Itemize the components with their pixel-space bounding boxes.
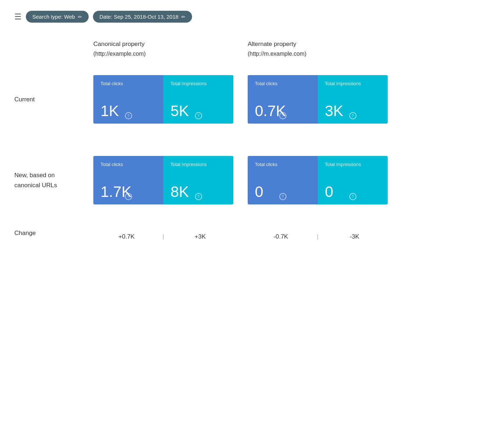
- alternate-new-clicks-card: Total clicks 0 ?: [248, 156, 318, 204]
- search-type-edit-icon: ✏: [78, 14, 82, 20]
- date-label: Date: Sep 25, 2018-Oct 13, 2018: [99, 14, 178, 20]
- canonical-change-separator: |: [160, 233, 167, 240]
- canonical-change-impressions: +3K: [167, 233, 233, 240]
- canonical-property-header: Canonical property (http://example.com): [93, 41, 233, 57]
- alternate-property-url: (http://m.example.com): [248, 51, 388, 57]
- search-type-label: Search type: Web: [32, 14, 75, 20]
- date-chip[interactable]: Date: Sep 25, 2018-Oct 13, 2018 ✏: [93, 11, 192, 23]
- canonical-new-clicks-label: Total clicks: [101, 162, 156, 167]
- alternate-new-clicks-label: Total clicks: [255, 162, 311, 167]
- alternate-new-impressions-card: Total impressions 0 ?: [318, 156, 388, 204]
- current-row-label: Current: [14, 68, 93, 131]
- canonical-current-clicks-info-icon[interactable]: ?: [125, 112, 132, 119]
- alternate-current-impressions-card: Total impressions 3K ?: [318, 75, 388, 124]
- canonical-current-impressions-card: Total impressions 5K ?: [163, 75, 233, 124]
- canonical-new-impressions-card: Total impressions 8K ?: [163, 156, 233, 204]
- canonical-property-url: (http://example.com): [93, 51, 233, 57]
- alternate-property-title: Alternate property: [248, 41, 388, 48]
- canonical-property-title: Canonical property: [93, 41, 233, 48]
- alternate-current-group: Total clicks 0.7K ? Total impressions 3K…: [248, 75, 388, 124]
- canonical-current-clicks-card: Total clicks 1K ?: [93, 75, 163, 124]
- alternate-change-group: -0.7K | -3K: [248, 233, 388, 240]
- canonical-new-group: Total clicks 1.7K ? Total impressions 8K…: [93, 156, 233, 204]
- filter-icon[interactable]: ☰: [14, 12, 22, 22]
- header-labels: Canonical property (http://example.com) …: [93, 41, 490, 61]
- spacer-1: [14, 61, 93, 68]
- alternate-change-clicks: -0.7K: [248, 233, 314, 240]
- canonical-new-impressions-info-icon[interactable]: ?: [195, 193, 202, 200]
- alternate-current-clicks-info-icon[interactable]: ?: [279, 112, 286, 119]
- date-edit-icon: ✏: [181, 14, 186, 20]
- alternate-current-impressions-label: Total impressions: [325, 81, 381, 86]
- alternate-current-clicks-card: Total clicks 0.7K ?: [248, 75, 318, 124]
- current-cards-container: Total clicks 1K ? Total impressions 5K ?…: [93, 68, 490, 131]
- spacer-2: [14, 131, 93, 149]
- comparison-grid: Canonical property (http://example.com) …: [14, 41, 490, 244]
- alternate-new-impressions-label: Total impressions: [325, 162, 381, 167]
- spacer-3: [14, 212, 93, 222]
- header-empty-cell: [14, 41, 93, 61]
- spacer-2b: [93, 131, 490, 149]
- alternate-new-group: Total clicks 0 ? Total impressions 0 ?: [248, 156, 388, 204]
- alternate-current-clicks-label: Total clicks: [255, 81, 311, 86]
- canonical-current-impressions-info-icon[interactable]: ?: [195, 112, 202, 119]
- change-values-container: +0.7K | +3K -0.7K | -3K: [93, 222, 490, 244]
- canonical-change-group: +0.7K | +3K: [93, 233, 233, 240]
- alternate-current-impressions-info-icon[interactable]: ?: [349, 112, 356, 119]
- alternate-change-separator: |: [314, 233, 321, 240]
- alternate-property-header: Alternate property (http://m.example.com…: [248, 41, 388, 57]
- alternate-change-impressions: -3K: [321, 233, 388, 240]
- canonical-current-group: Total clicks 1K ? Total impressions 5K ?: [93, 75, 233, 124]
- change-row-label: Change: [14, 222, 93, 244]
- spacer-3b: [93, 212, 490, 222]
- canonical-new-clicks-card: Total clicks 1.7K ?: [93, 156, 163, 204]
- canonical-new-clicks-info-icon[interactable]: ?: [125, 193, 132, 200]
- canonical-current-clicks-label: Total clicks: [101, 81, 156, 86]
- search-type-chip[interactable]: Search type: Web ✏: [26, 11, 89, 23]
- canonical-current-impressions-label: Total impressions: [171, 81, 226, 86]
- alternate-new-clicks-info-icon[interactable]: ?: [279, 193, 286, 200]
- new-canonical-cards-container: Total clicks 1.7K ? Total impressions 8K…: [93, 149, 490, 212]
- filter-bar: ☰ Search type: Web ✏ Date: Sep 25, 2018-…: [14, 11, 490, 23]
- new-canonical-row-label: New, based on canonical URLs: [14, 149, 93, 212]
- spacer-1b: [93, 61, 490, 68]
- alternate-new-impressions-info-icon[interactable]: ?: [349, 193, 356, 200]
- canonical-change-clicks: +0.7K: [93, 233, 160, 240]
- canonical-new-impressions-label: Total impressions: [171, 162, 226, 167]
